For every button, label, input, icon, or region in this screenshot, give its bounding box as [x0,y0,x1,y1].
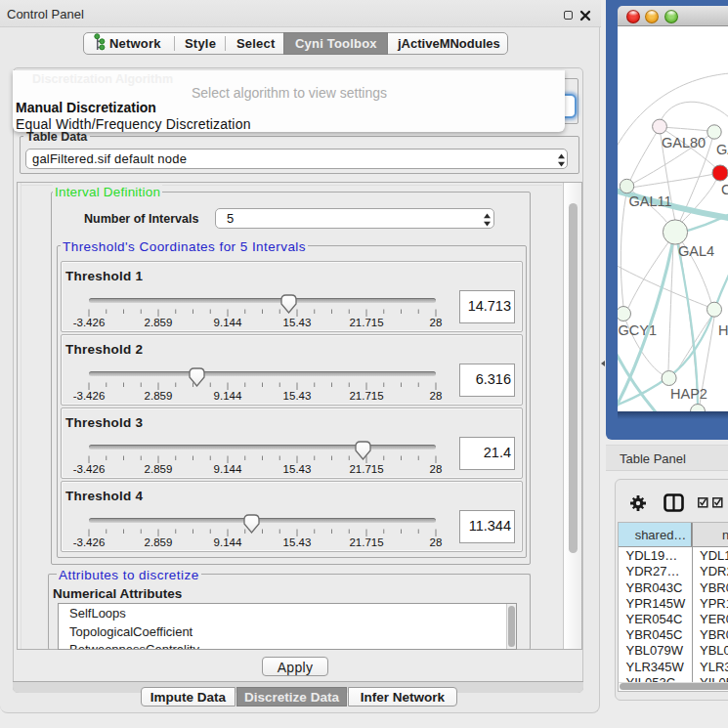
svg-text:GAL80: GAL80 [662,135,706,150]
svg-text:HIS: HIS [718,322,728,338]
svg-text:GAL4: GAL4 [678,243,714,259]
svg-text:GAL: GAL [716,142,728,157]
svg-text:GAL11: GAL11 [629,193,672,209]
svg-text:GCY1: GCY1 [619,322,658,338]
svg-text:HAP2: HAP2 [670,386,707,402]
svg-text:CY: CY [721,182,728,197]
